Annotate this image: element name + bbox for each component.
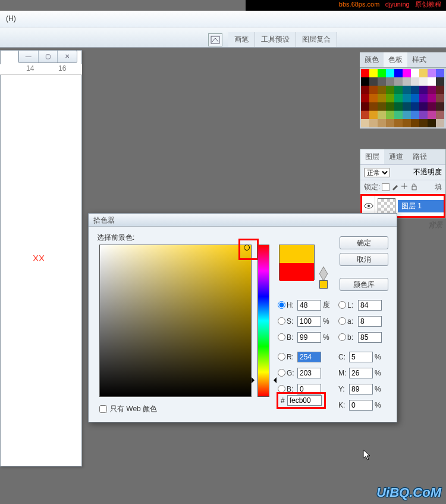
layer-name[interactable]: 图层 1	[398, 200, 444, 212]
swatch[interactable]	[428, 86, 436, 94]
field-b[interactable]	[297, 332, 321, 343]
swatch[interactable]	[436, 69, 444, 77]
swatch[interactable]	[369, 86, 378, 94]
credit-link-1[interactable]: bbs.68ps.com	[339, 1, 379, 8]
swatch[interactable]	[386, 86, 394, 94]
swatch[interactable]	[403, 119, 411, 127]
swatch[interactable]	[411, 102, 419, 111]
field-s[interactable]	[297, 316, 321, 327]
web-colors-checkbox[interactable]	[99, 405, 107, 413]
swatch[interactable]	[403, 111, 411, 119]
hex-field[interactable]	[287, 395, 322, 406]
swatch[interactable]	[386, 111, 394, 119]
swatch[interactable]	[411, 94, 419, 102]
swatch[interactable]	[386, 94, 394, 102]
swatch[interactable]	[428, 69, 436, 77]
swatch[interactable]	[428, 94, 436, 102]
swatch[interactable]	[411, 86, 419, 94]
swatch[interactable]	[436, 94, 444, 102]
swatch[interactable]	[411, 111, 419, 119]
swatch[interactable]	[386, 77, 394, 86]
gamut-warning-icon[interactable]	[319, 266, 328, 281]
tab-channels[interactable]: 通道	[384, 149, 408, 164]
close-doc-button[interactable]: ✕	[57, 51, 77, 62]
swatch[interactable]	[419, 86, 428, 94]
swatch[interactable]	[369, 94, 378, 102]
swatch[interactable]	[403, 69, 411, 77]
swatch[interactable]	[403, 86, 411, 94]
swatch[interactable]	[428, 102, 436, 111]
radio-h[interactable]	[278, 301, 285, 309]
swatch[interactable]	[386, 119, 394, 127]
swatch[interactable]	[411, 77, 419, 86]
field-h[interactable]	[297, 300, 321, 311]
swatch[interactable]	[386, 102, 394, 111]
tab-tool-presets[interactable]: 工具预设	[255, 32, 296, 47]
swatch[interactable]	[411, 119, 419, 127]
current-color-swatch[interactable]	[279, 263, 314, 281]
swatch[interactable]	[394, 77, 403, 86]
swatch[interactable]	[378, 102, 386, 111]
swatch[interactable]	[361, 119, 369, 127]
lock-brush-icon[interactable]	[391, 183, 399, 192]
radio-b[interactable]	[278, 333, 285, 341]
swatch[interactable]	[378, 111, 386, 119]
swatch[interactable]	[361, 111, 369, 119]
layer-row-bg-label[interactable]: 背景	[428, 220, 442, 230]
swatch[interactable]	[369, 111, 378, 119]
field-K[interactable]	[349, 400, 373, 411]
swatch[interactable]	[361, 77, 369, 86]
swatch[interactable]	[394, 102, 403, 111]
field-a[interactable]	[358, 316, 382, 327]
cancel-button[interactable]: 取消	[340, 253, 388, 266]
radio-r[interactable]	[278, 353, 285, 361]
field-L[interactable]	[358, 300, 382, 311]
swatch[interactable]	[436, 77, 444, 86]
swatch[interactable]	[378, 69, 386, 77]
tab-layer-comps[interactable]: 图层复合	[296, 32, 337, 47]
tab-brush[interactable]: 画笔	[228, 32, 255, 47]
ok-button[interactable]: 确定	[340, 236, 388, 249]
tab-swatches[interactable]: 色板	[384, 52, 407, 67]
toggle-panels-icon[interactable]	[208, 33, 222, 46]
swatch[interactable]	[361, 94, 369, 102]
swatch[interactable]	[403, 102, 411, 111]
lock-move-icon[interactable]	[401, 183, 409, 192]
swatch[interactable]	[428, 119, 436, 127]
maximize-button[interactable]: ▢	[38, 51, 58, 62]
new-color-swatch[interactable]	[279, 245, 314, 263]
swatch[interactable]	[361, 86, 369, 94]
swatch[interactable]	[378, 77, 386, 86]
swatch[interactable]	[394, 94, 403, 102]
lock-all-icon[interactable]	[410, 183, 418, 192]
tab-styles[interactable]: 样式	[407, 52, 431, 67]
field-b2[interactable]	[358, 332, 382, 343]
hue-marker[interactable]	[254, 377, 257, 383]
swatch[interactable]	[394, 69, 403, 77]
swatch[interactable]	[394, 111, 403, 119]
lock-transparency-icon[interactable]	[382, 183, 390, 191]
swatch[interactable]	[428, 111, 436, 119]
swatch[interactable]	[369, 77, 378, 86]
swatch[interactable]	[403, 94, 411, 102]
swatch[interactable]	[436, 86, 444, 94]
swatch[interactable]	[378, 86, 386, 94]
swatch[interactable]	[419, 77, 428, 86]
radio-b2[interactable]	[338, 333, 346, 341]
swatch[interactable]	[419, 102, 428, 111]
radio-g[interactable]	[278, 369, 285, 377]
hue-slider[interactable]	[257, 245, 269, 397]
saturation-value-field[interactable]	[99, 245, 252, 397]
swatch[interactable]	[436, 119, 444, 127]
layer-thumbnail[interactable]	[378, 198, 395, 214]
swatch[interactable]	[378, 119, 386, 127]
swatch[interactable]	[361, 102, 369, 111]
blend-mode-select[interactable]: 正常	[364, 168, 390, 177]
swatch[interactable]	[419, 119, 428, 127]
swatch[interactable]	[436, 111, 444, 119]
swatch[interactable]	[428, 77, 436, 86]
radio-s[interactable]	[278, 317, 285, 325]
credit-link-2[interactable]: djyuning	[385, 1, 410, 8]
swatch[interactable]	[419, 69, 428, 77]
tab-color[interactable]: 颜色	[360, 52, 384, 67]
